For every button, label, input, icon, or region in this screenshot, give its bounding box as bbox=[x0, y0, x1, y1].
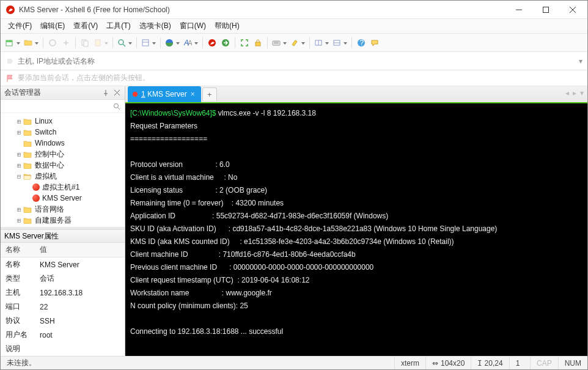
tab-list-icon[interactable]: ▾ bbox=[580, 89, 584, 97]
menu-tools[interactable]: 工具(T) bbox=[103, 20, 134, 32]
tree-item[interactable]: 虚拟主机#1 bbox=[1, 182, 125, 193]
tab-bar: 1 KMS Server × + ◂ ▸ ▾ bbox=[125, 86, 587, 103]
search-icon[interactable] bbox=[112, 102, 121, 111]
tree-label: KMS Server bbox=[42, 194, 82, 202]
property-name: 协议 bbox=[1, 314, 35, 328]
tree-item[interactable]: KMS Server bbox=[1, 193, 125, 204]
fullscreen-button[interactable] bbox=[238, 37, 251, 49]
property-value: SSH bbox=[35, 314, 125, 328]
tree-item[interactable]: ⊞自建服务器 bbox=[1, 215, 125, 226]
xshell-app-icon[interactable] bbox=[206, 37, 218, 49]
session-manager-panel: 会话管理器 ⊞Linux⊞SwitchWindows⊞控制中心⊞数据中心⊟虚拟机… bbox=[1, 86, 125, 356]
properties-button[interactable] bbox=[140, 37, 157, 49]
terminal-prompt: [C:\Windows\SysWow64]$ bbox=[130, 109, 216, 117]
tree-expander[interactable]: ⊞ bbox=[15, 151, 23, 158]
property-name: 端口 bbox=[1, 300, 35, 314]
property-value: 会话 bbox=[35, 272, 125, 286]
status-size: ⇔104x20 bbox=[426, 357, 471, 369]
font-button[interactable]: AA bbox=[182, 37, 199, 49]
tree-item[interactable]: ⊟虚拟机 bbox=[1, 171, 125, 182]
new-tab-button[interactable]: + bbox=[202, 87, 217, 101]
menu-window[interactable]: 窗口(W) bbox=[176, 20, 210, 32]
property-row: 名称KMS Server bbox=[1, 257, 125, 272]
folder-icon bbox=[23, 205, 32, 213]
address-input[interactable] bbox=[18, 54, 579, 68]
session-search-row bbox=[1, 100, 125, 113]
hint-text: 要添加当前会话，点击左侧的箭头按钮。 bbox=[18, 73, 150, 83]
tree-expander[interactable]: ⊟ bbox=[15, 173, 23, 180]
session-icon bbox=[32, 194, 40, 202]
main-pane: 1 KMS Server × + ◂ ▸ ▾ [C:\Windows\SysWo… bbox=[125, 86, 587, 356]
lock-button[interactable] bbox=[252, 37, 264, 49]
reconnect-button[interactable] bbox=[46, 37, 59, 49]
tree-item[interactable]: ⊞语音网络 bbox=[1, 204, 125, 215]
folder-icon bbox=[23, 117, 32, 125]
tree-expander[interactable]: ⊞ bbox=[15, 217, 23, 224]
tree-expander[interactable]: ⊞ bbox=[15, 129, 23, 136]
svg-rect-6 bbox=[6, 40, 12, 42]
status-cap: CAP bbox=[531, 357, 559, 369]
tree-expander[interactable]: ⊞ bbox=[15, 206, 23, 213]
hint-bar: 要添加当前会话，点击左侧的箭头按钮。 bbox=[1, 70, 587, 86]
svg-rect-13 bbox=[142, 40, 149, 46]
layout-vertical-button[interactable] bbox=[331, 37, 348, 49]
paste-button[interactable] bbox=[92, 37, 109, 49]
minimize-button[interactable] bbox=[505, 1, 532, 18]
session-tree[interactable]: ⊞Linux⊞SwitchWindows⊞控制中心⊞数据中心⊟虚拟机虚拟主机#1… bbox=[1, 113, 125, 227]
property-value: KMS Server bbox=[35, 257, 125, 272]
tree-item[interactable]: Windows bbox=[1, 138, 125, 149]
tree-item[interactable]: ⊞Linux bbox=[1, 116, 125, 127]
property-name: 用户名 bbox=[1, 328, 35, 342]
tree-label: 控制中心 bbox=[35, 149, 64, 160]
new-session-button[interactable] bbox=[4, 37, 21, 49]
panel-pin-icon[interactable] bbox=[101, 89, 110, 97]
tab-kms-server[interactable]: 1 KMS Server × bbox=[128, 86, 201, 102]
maximize-button[interactable] bbox=[532, 1, 559, 18]
svg-point-32 bbox=[114, 103, 119, 108]
close-button[interactable] bbox=[559, 1, 586, 18]
menu-file[interactable]: 文件(F) bbox=[4, 20, 35, 32]
tab-prev-icon[interactable]: ◂ bbox=[565, 89, 569, 97]
folder-icon bbox=[23, 150, 32, 158]
tree-item[interactable]: ⊞数据中心 bbox=[1, 160, 125, 171]
menu-view[interactable]: 查看(V) bbox=[70, 20, 101, 32]
find-button[interactable] bbox=[116, 37, 133, 49]
addressbar-arrow-icon[interactable] bbox=[6, 57, 14, 65]
status-num: NUM bbox=[559, 357, 587, 369]
session-icon bbox=[32, 183, 40, 191]
feedback-button[interactable] bbox=[369, 37, 381, 49]
properties-col-name[interactable]: 名称 bbox=[1, 243, 35, 257]
disconnect-button[interactable] bbox=[60, 37, 72, 49]
open-session-button[interactable] bbox=[23, 37, 40, 49]
property-value: 22 bbox=[35, 300, 125, 314]
menu-tabs[interactable]: 选项卡(B) bbox=[136, 20, 175, 32]
tree-expander[interactable]: ⊞ bbox=[15, 118, 23, 125]
properties-header: KMS Server属性 bbox=[1, 229, 125, 243]
properties-col-value[interactable]: 值 bbox=[35, 243, 125, 257]
property-name: 主机 bbox=[1, 286, 35, 300]
layout-horizontal-button[interactable] bbox=[313, 37, 330, 49]
color-scheme-button[interactable] bbox=[164, 37, 181, 49]
svg-rect-2 bbox=[543, 7, 549, 12]
tree-item[interactable]: ⊞控制中心 bbox=[1, 149, 125, 160]
property-row: 用户名root bbox=[1, 328, 125, 342]
highlight-button[interactable] bbox=[289, 37, 306, 49]
folder-icon bbox=[23, 139, 32, 147]
tree-expander[interactable]: ⊞ bbox=[15, 162, 23, 169]
property-row: 说明 bbox=[1, 342, 125, 356]
tab-close-icon[interactable]: × bbox=[191, 90, 195, 98]
addressbar-dropdown-icon[interactable]: ▾ bbox=[579, 57, 582, 65]
help-button[interactable]: ? bbox=[355, 37, 367, 49]
tab-next-icon[interactable]: ▸ bbox=[573, 89, 576, 97]
tree-item[interactable]: ⊞Switch bbox=[1, 127, 125, 138]
terminal[interactable]: [C:\Windows\SysWow64]$ vlmcs.exe -v -l 8… bbox=[125, 103, 587, 356]
copy-button[interactable] bbox=[79, 37, 91, 49]
keyboard-button[interactable] bbox=[271, 37, 288, 49]
xftp-app-icon[interactable] bbox=[219, 37, 232, 49]
menu-help[interactable]: 帮助(H) bbox=[211, 20, 243, 32]
menu-edit[interactable]: 编辑(E) bbox=[37, 20, 68, 32]
panel-close-icon[interactable] bbox=[112, 89, 121, 97]
workspace: 会话管理器 ⊞Linux⊞SwitchWindows⊞控制中心⊞数据中心⊟虚拟机… bbox=[1, 86, 587, 356]
tree-label: Switch bbox=[35, 128, 56, 136]
property-row: 端口22 bbox=[1, 300, 125, 314]
